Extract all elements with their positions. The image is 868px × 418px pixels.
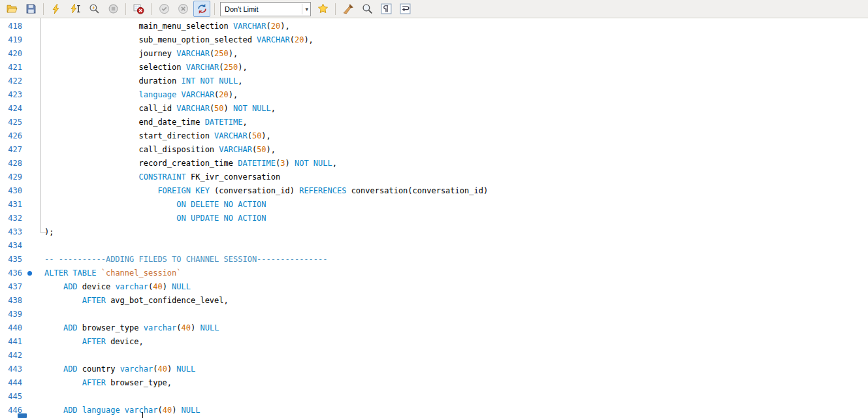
code-text: selection VARCHAR(250), [44, 61, 248, 74]
code-line[interactable]: 446 ADD language varchar(40) NULL [0, 404, 868, 417]
code-line[interactable]: 436ALTER TABLE `channel_session` [0, 266, 868, 280]
execute-statement-button[interactable] [67, 1, 84, 17]
open-script-button[interactable] [3, 1, 20, 17]
code-line[interactable]: 418 main_menu_selection VARCHAR(20), [0, 20, 868, 33]
gutter-marker-column [25, 47, 44, 61]
code-line[interactable]: 425 end_date_time DATETIME, [0, 116, 868, 129]
code-line[interactable]: 427 call_disposition VARCHAR(50), [0, 143, 868, 157]
gutter-marker-column [25, 404, 44, 417]
line-number: 423 [0, 88, 25, 102]
code-text: -- ----------ADDING FILEDS TO CHANNEL SE… [44, 253, 327, 266]
find-button[interactable] [359, 1, 376, 17]
explain-statement-button[interactable] [86, 1, 103, 17]
toggle-stop-on-error-button[interactable] [130, 1, 147, 17]
gutter-marker-column [25, 335, 44, 349]
code-text: AFTER browser_type, [44, 376, 172, 390]
line-number: 428 [0, 157, 25, 170]
gutter-marker-column [25, 170, 44, 184]
code-line[interactable]: 438 AFTER avg_bot_confidence_level, [0, 294, 868, 308]
code-text: AFTER avg_bot_confidence_level, [44, 294, 229, 308]
rollback-button[interactable] [174, 1, 191, 17]
save-script-button[interactable] [22, 1, 39, 17]
code-text: record_creation_time DATETIME(3) NOT NUL… [44, 157, 337, 170]
code-line[interactable]: 428 record_creation_time DATETIME(3) NOT… [0, 157, 868, 170]
sql-editor-toolbar: Don't Limit▾ [0, 0, 868, 18]
current-line-marker [18, 413, 27, 418]
code-text: ALTER TABLE `channel_session` [44, 266, 182, 280]
lightning-icon [51, 3, 62, 14]
toolbar-separator [214, 3, 215, 15]
gutter-marker-column [25, 266, 44, 280]
line-number: 431 [0, 198, 25, 212]
code-text: CONSTRAINT FK_ivr_conversation [44, 170, 280, 184]
code-line[interactable]: 433); [0, 225, 868, 239]
code-line[interactable]: 420 journey VARCHAR(250), [0, 47, 868, 61]
gutter-marker-column [25, 280, 44, 294]
code-line[interactable]: 437 ADD device varchar(40) NULL [0, 280, 868, 294]
autocommit-arrows-icon [197, 3, 208, 14]
sql-editor[interactable]: 418 main_menu_selection VARCHAR(20),419 … [0, 18, 868, 418]
gutter-marker-column [25, 225, 44, 239]
toolbar-separator [335, 3, 336, 15]
commit-check-disabled-icon [159, 3, 170, 14]
code-line[interactable]: 443 ADD country varchar(40) NULL [0, 362, 868, 376]
code-line[interactable]: 444 AFTER browser_type, [0, 376, 868, 390]
code-line[interactable]: 434 [0, 239, 868, 253]
code-line[interactable]: 432 ON UPDATE NO ACTION [0, 212, 868, 225]
gutter-marker-column [25, 157, 44, 170]
gutter-marker-column [25, 376, 44, 390]
code-line[interactable]: 424 call_id VARCHAR(50) NOT NULL, [0, 102, 868, 116]
code-line[interactable]: 442 [0, 349, 868, 362]
code-text: ADD browser_type varchar(40) NULL [44, 321, 219, 335]
code-line[interactable]: 423 language VARCHAR(20), [0, 88, 868, 102]
code-text: duration INT NOT NULL, [44, 74, 242, 88]
code-line[interactable]: 419 sub_menu_option_selected VARCHAR(20)… [0, 33, 868, 47]
commit-button[interactable] [155, 1, 172, 17]
code-text: sub_menu_option_selected VARCHAR(20), [44, 33, 313, 47]
code-line[interactable]: 421 selection VARCHAR(250), [0, 61, 868, 74]
line-number: 435 [0, 253, 25, 266]
line-number: 438 [0, 294, 25, 308]
statement-marker-icon [27, 271, 32, 276]
limit-rows-dropdown[interactable]: Don't Limit▾ [220, 2, 311, 16]
line-number: 421 [0, 61, 25, 74]
gutter-marker-column [25, 321, 44, 335]
code-line[interactable]: 422 duration INT NOT NULL, [0, 74, 868, 88]
code-line[interactable]: 441 AFTER device, [0, 335, 868, 349]
execute-script-button[interactable] [48, 1, 65, 17]
code-line[interactable]: 440 ADD browser_type varchar(40) NULL [0, 321, 868, 335]
code-line[interactable]: 429 CONSTRAINT FK_ivr_conversation [0, 170, 868, 184]
code-line[interactable]: 426 start_direction VARCHAR(50), [0, 129, 868, 143]
floppy-save-icon [25, 3, 37, 14]
code-text: ADD country varchar(40) NULL [44, 362, 195, 376]
save-snippet-button[interactable] [314, 1, 331, 17]
gutter-marker-column [25, 308, 44, 321]
toolbar-separator [43, 3, 44, 15]
gutter-marker-column [25, 74, 44, 88]
stop-on-error-icon [133, 3, 144, 14]
gutter-marker-column [25, 116, 44, 129]
toggle-invisible-chars-button[interactable] [378, 1, 394, 17]
beautify-script-button[interactable] [340, 1, 357, 17]
editor-lines: 418 main_menu_selection VARCHAR(20),419 … [0, 20, 868, 418]
stop-execution-button[interactable] [104, 1, 121, 17]
code-line[interactable]: 431 ON DELETE NO ACTION [0, 198, 868, 212]
code-text: start_direction VARCHAR(50), [44, 129, 271, 143]
gutter-marker-column [25, 239, 44, 253]
code-line[interactable]: 439 [0, 308, 868, 321]
gutter-marker-column [25, 129, 44, 143]
toggle-autocommit-button[interactable] [193, 1, 210, 17]
code-line[interactable]: 430 FOREIGN KEY (conversation_id) REFERE… [0, 184, 868, 198]
line-number: 442 [0, 349, 25, 362]
code-text: language VARCHAR(20), [44, 88, 238, 102]
code-text: call_disposition VARCHAR(50), [44, 143, 276, 157]
chevron-down-icon: ▾ [302, 4, 308, 14]
line-number: 432 [0, 212, 25, 225]
toggle-word-wrap-button[interactable] [396, 1, 413, 17]
code-line[interactable]: 445 [0, 390, 868, 404]
code-line[interactable]: 435-- ----------ADDING FILEDS TO CHANNEL… [0, 253, 868, 266]
line-number: 439 [0, 308, 25, 321]
rollback-x-disabled-icon [178, 3, 189, 14]
code-text: main_menu_selection VARCHAR(20), [44, 20, 290, 33]
gutter-marker-column [25, 294, 44, 308]
